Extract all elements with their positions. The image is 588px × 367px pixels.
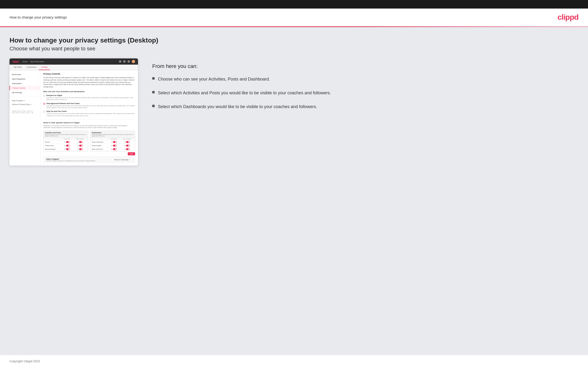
mini-main: Privacy Controls Control how you and you… xyxy=(40,70,138,166)
footer-copyright: Copyright Clippd 2022 xyxy=(9,359,40,363)
mini-search-icon xyxy=(119,60,121,63)
bullet-text-2: Select which Activities and Posts you wo… xyxy=(158,90,331,96)
sidebar-item-privacy-controls[interactable]: Privacy Controls › xyxy=(9,86,40,90)
manual-coaches-toggle[interactable]: ON xyxy=(61,148,73,150)
activities-row-rounds: Rounds ON ON xyxy=(43,140,88,144)
main-content: How to change your privacy settings (Des… xyxy=(0,27,588,355)
activities-row-manual: Manual Activities ON ON xyxy=(43,148,88,151)
chevron-right-icon: › xyxy=(37,74,38,75)
mini-help-desc: Visit the Clippd community to troublesho… xyxy=(46,160,96,161)
screenshot-mockup: clippd Home My Performance My Profile Co… xyxy=(9,58,138,166)
rounds-followers-toggle[interactable]: ON xyxy=(73,141,86,143)
mini-tabs: My Profile Connections Settings xyxy=(9,65,138,70)
bullet-square-2 xyxy=(152,91,155,93)
from-here-title: From here you can: xyxy=(152,63,579,69)
dashboards-row-player: Player Dashboard ON ON xyxy=(90,140,135,144)
mini-help-title: Help & Support xyxy=(46,158,96,160)
footer: Copyright Clippd 2022 xyxy=(0,355,588,367)
mini-bell-icon xyxy=(128,60,130,63)
bullet-text-3: Select which Dashboards you would like t… xyxy=(158,104,317,110)
mini-nav-home: Home xyxy=(22,61,27,63)
mini-sidebar-bottom: Help & Support ↗ Service & Privacy Polic… xyxy=(9,97,40,106)
sidebar-item-subscription[interactable]: Subscription › xyxy=(9,81,40,86)
activities-table-header: Activities and Posts Select the types of… xyxy=(43,131,88,138)
practice-coaches-toggle[interactable]: ON xyxy=(61,145,73,147)
bullet-square-3 xyxy=(152,105,155,107)
tab-settings[interactable]: Settings xyxy=(39,65,50,70)
chevron-right-icon: › xyxy=(37,78,38,80)
radio-approved-followers-indicator xyxy=(43,103,45,105)
dashboards-table: Dashboards Select the types of activity … xyxy=(90,131,135,151)
radio-everyone[interactable]: Everyone on Clippd Everyone on Clippd ca… xyxy=(43,94,135,101)
tab-my-profile[interactable]: My Profile xyxy=(11,65,24,70)
mini-divider xyxy=(43,119,135,120)
header: How to change your privacy settings clip… xyxy=(0,8,588,26)
dashboards-row-what-to-work-on: What To Work On ON ON xyxy=(90,148,135,151)
mini-logo: clippd xyxy=(12,60,18,63)
what-to-work-coaches-toggle[interactable]: ON xyxy=(107,148,120,150)
chevron-right-icon: › xyxy=(37,83,38,84)
dashboards-table-cols: COACHES FOLLOWERS xyxy=(90,138,135,140)
bullet-item-2: Select which Activities and Posts you wo… xyxy=(152,90,579,96)
mini-version: Clippd Client Version: 2022.8.2 SQL Serv… xyxy=(9,108,40,116)
radio-only-you-indicator xyxy=(43,111,45,113)
mini-privacy-title: Privacy Controls xyxy=(43,73,135,75)
bullet-item-3: Select which Dashboards you would like t… xyxy=(152,104,579,110)
right-panel: From here you can: Choose who can see yo… xyxy=(147,58,579,110)
tab-connections[interactable]: Connections xyxy=(24,65,39,70)
radio-only-you[interactable]: Only You and Your Coach Only you and the… xyxy=(43,110,135,117)
sidebar-help-support[interactable]: Help & Support ↗ xyxy=(9,99,40,103)
visit-community-button[interactable]: Visit Our Community ↗ xyxy=(112,158,132,162)
mini-grid-icon xyxy=(123,60,126,63)
save-button[interactable]: Save xyxy=(128,152,135,155)
activities-table: Activities and Posts Select the types of… xyxy=(43,131,88,151)
mini-nav-links: Home My Performance xyxy=(22,61,44,63)
mini-save-row: Save xyxy=(43,151,135,156)
mini-avatar xyxy=(132,60,135,63)
dashboards-row-round-insights: Round Insights ON ON xyxy=(90,144,135,148)
rounds-coaches-toggle[interactable]: ON xyxy=(61,141,73,143)
activities-table-cols: COACHES FOLLOWERS xyxy=(43,138,88,140)
radio-everyone-indicator xyxy=(43,95,45,97)
mini-privacy-desc: Control how you and your data appears to… xyxy=(43,76,135,88)
mini-layout: My Account › Data Integrations › Subscri… xyxy=(9,70,138,166)
sidebar-item-account[interactable]: My Account › xyxy=(9,72,40,77)
radio-approved-followers[interactable]: Only Approved Followers and Your Coach O… xyxy=(43,103,135,109)
manual-followers-toggle[interactable]: ON xyxy=(73,148,86,150)
chevron-right-icon: › xyxy=(37,92,38,93)
mini-nav-performance: My Performance xyxy=(30,61,44,63)
mini-tables-row: Activities and Posts Select the types of… xyxy=(43,131,135,151)
practice-followers-toggle[interactable]: ON xyxy=(73,145,86,147)
round-insights-coaches-toggle[interactable]: ON xyxy=(107,145,120,147)
mini-sidebar: My Account › Data Integrations › Subscri… xyxy=(9,70,40,166)
mini-help-section: Help & Support Visit the Clippd communit… xyxy=(43,156,135,163)
activities-row-practice: Practice Drills ON ON xyxy=(43,144,88,148)
mini-radio-group: Everyone on Clippd Everyone on Clippd ca… xyxy=(43,94,135,117)
sidebar-item-my-golf-bag[interactable]: My Golf Bag › xyxy=(9,90,40,95)
mini-features-title: Show or hide specific features in Clippd xyxy=(43,122,135,124)
bullet-item-1: Choose who can see your Activities, Post… xyxy=(152,76,579,82)
player-followers-toggle[interactable]: ON xyxy=(120,141,133,143)
header-title: How to change your privacy settings xyxy=(9,15,67,19)
chevron-right-icon: › xyxy=(37,87,38,89)
mini-nav-icons xyxy=(119,60,135,63)
page-subtitle: Choose what you want people to see xyxy=(9,46,579,52)
bullet-text-1: Choose who can see your Activities, Post… xyxy=(158,76,270,82)
sidebar-service-privacy[interactable]: Service & Privacy Policy ↗ xyxy=(9,103,40,106)
mini-nav: clippd Home My Performance xyxy=(9,58,138,65)
mini-who-title: Who Can See Your Activities and Dashboar… xyxy=(43,91,135,93)
bullet-list: Choose who can see your Activities, Post… xyxy=(152,76,579,110)
player-coaches-toggle[interactable]: ON xyxy=(107,141,120,143)
dashboards-table-header: Dashboards Select the types of activity … xyxy=(90,131,135,138)
bullet-square-1 xyxy=(152,77,155,80)
what-to-work-followers-toggle[interactable]: ON xyxy=(120,148,133,150)
top-bar xyxy=(0,0,588,8)
mini-features-desc: Regardless of the privacy controls that … xyxy=(43,125,135,129)
round-insights-followers-toggle[interactable]: ON xyxy=(120,145,133,147)
sidebar-item-data-integrations[interactable]: Data Integrations › xyxy=(9,77,40,81)
page-title: How to change your privacy settings (Des… xyxy=(9,37,579,44)
logo: clippd xyxy=(558,13,579,22)
content-row: clippd Home My Performance My Profile Co… xyxy=(9,58,579,166)
